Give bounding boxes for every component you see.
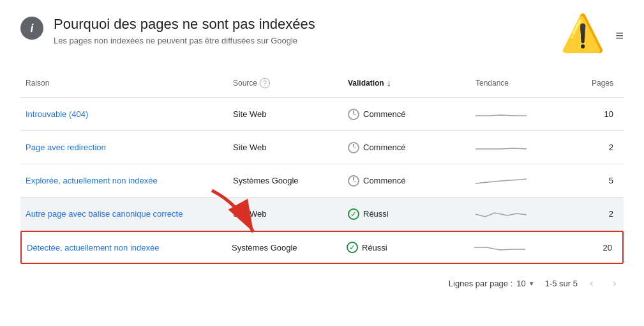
row3-source: Systèmes Google (228, 169, 343, 192)
row4-tendance (470, 201, 573, 227)
warning-icon: ⚠️ (560, 15, 605, 51)
pagination: Lignes par page : 10 ▼ 1-5 sur 5 ‹ › (20, 274, 624, 292)
pagination-nav: 1-5 sur 5 ‹ › (545, 274, 624, 292)
row5-pages: 20 (571, 237, 622, 259)
sparkline-2 (476, 141, 527, 154)
row2-source: Site Web (228, 136, 343, 159)
row4-validation: ✓ Réussi (343, 202, 470, 226)
rows-per-page-select[interactable]: 10 ▼ (516, 279, 534, 288)
row3-tendance (470, 168, 573, 194)
row2-raison[interactable]: Page avec redirection (20, 136, 228, 159)
rows-per-page-label: Lignes par page : (449, 279, 513, 288)
prev-page-button[interactable]: ‹ (583, 274, 601, 292)
table-row[interactable]: Explorée, actuellement non indexée Systè… (20, 164, 624, 198)
row5-raison[interactable]: Détectée, actuellement non indexée (22, 237, 227, 259)
clock-icon (348, 142, 359, 153)
sparkline-5 (474, 241, 525, 254)
row2-validation-text: Commencé (363, 143, 405, 152)
row1-validation-text: Commencé (363, 109, 405, 119)
filter-icon[interactable]: ≡ (615, 27, 624, 44)
dropdown-arrow-icon: ▼ (528, 280, 535, 287)
row5-tendance (469, 235, 571, 260)
source-help-icon[interactable]: ? (260, 78, 270, 88)
row5-validation: ✓ Réussi (341, 235, 469, 260)
row3-validation-text: Commencé (363, 176, 405, 185)
header: i Pourquoi des pages ne sont pas indexée… (20, 15, 624, 51)
pagination-rows-label: Lignes par page : 10 ▼ (449, 279, 535, 288)
row5-validation-text: Réussi (362, 243, 387, 252)
sparkline-4 (476, 208, 527, 221)
col-pages: Pages (573, 74, 624, 92)
check-icon: ✓ (347, 242, 358, 253)
row3-validation: Commencé (343, 169, 470, 193)
table-header: Raison Source ? Validation ↓ Tendance Pa… (20, 69, 624, 98)
table-row[interactable]: Introuvable (404) Site Web Commencé 10 (20, 98, 624, 131)
table-row[interactable]: Détectée, actuellement non indexée Systè… (20, 231, 624, 264)
row4-pages: 2 (573, 203, 624, 225)
page-container: i Pourquoi des pages ne sont pas indexée… (0, 0, 644, 307)
pagination-range: 1-5 sur 5 (545, 279, 578, 288)
col-source: Source ? (228, 74, 343, 92)
row4-validation-text: Réussi (363, 209, 389, 219)
row1-tendance (470, 102, 573, 127)
col-tendance: Tendance (470, 74, 573, 92)
row2-validation: Commencé (343, 136, 470, 160)
sort-icon: ↓ (387, 78, 391, 88)
row2-pages: 2 (573, 136, 624, 159)
info-icon: i (20, 17, 43, 40)
table-row[interactable]: Page avec redirection Site Web Commencé … (20, 131, 624, 164)
header-left: i Pourquoi des pages ne sont pas indexée… (20, 15, 315, 45)
row3-raison[interactable]: Explorée, actuellement non indexée (20, 169, 228, 192)
rows-value: 10 (516, 279, 525, 288)
row1-validation: Commencé (343, 102, 470, 127)
row4-raison[interactable]: Autre page avec balise canonique correct… (20, 203, 228, 225)
clock-icon (348, 175, 359, 187)
page-subtitle: Les pages non indexées ne peuvent pas êt… (54, 36, 315, 45)
row5-source: Systèmes Google (227, 237, 341, 259)
sparkline-1 (476, 108, 527, 121)
check-icon: ✓ (348, 208, 359, 220)
row4-source: Site Web (228, 203, 343, 225)
row3-pages: 5 (573, 169, 624, 192)
col-raison: Raison (20, 74, 228, 92)
sparkline-3 (476, 175, 527, 187)
header-text: Pourquoi des pages ne sont pas indexées … (54, 15, 315, 45)
header-right: ⚠️ ≡ (560, 15, 624, 51)
next-page-button[interactable]: › (606, 274, 624, 292)
row1-raison[interactable]: Introuvable (404) (20, 103, 228, 125)
table-row[interactable]: Autre page avec balise canonique correct… (20, 198, 624, 231)
row1-pages: 10 (573, 103, 624, 125)
row2-tendance (470, 135, 573, 160)
table-body: Introuvable (404) Site Web Commencé 10 P… (20, 98, 624, 264)
clock-icon (348, 109, 359, 120)
col-validation[interactable]: Validation ↓ (343, 74, 470, 92)
row1-source: Site Web (228, 103, 343, 125)
page-title: Pourquoi des pages ne sont pas indexées (54, 15, 315, 34)
